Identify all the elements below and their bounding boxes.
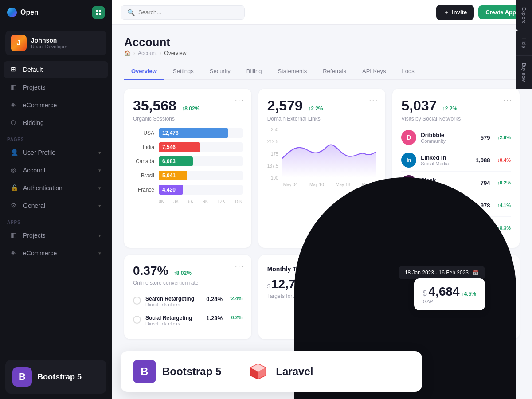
tab-billing[interactable]: Billing <box>239 63 269 80</box>
buy-now-btn[interactable]: Buy now <box>516 56 532 89</box>
line-chart-svg <box>282 127 377 180</box>
social-value: 5,037 <box>401 98 437 113</box>
nav-item-projects[interactable]: ◧ Projects <box>4 79 108 96</box>
nav-item-bidding[interactable]: ⬡ Bidding <box>4 114 108 131</box>
tab-settings[interactable]: Settings <box>166 63 201 80</box>
card-more-btn-3[interactable]: ··· <box>503 96 512 105</box>
retarget-circle-2 <box>133 316 141 324</box>
nav-label-user-profile: User Profile <box>23 149 55 156</box>
ecommerce-app-icon: ◈ <box>11 249 19 257</box>
laravel-logo <box>246 360 270 383</box>
sessions-value: 35,568 <box>133 98 176 113</box>
line-chart-container: 250 212.5 175 137.5 100 <box>267 127 377 187</box>
social-row-slack: S Slack Messanger 794 ↑0.2% <box>401 172 511 194</box>
bootstrap-label: Bootstrap 5 <box>37 372 82 382</box>
targets-value: 12,706 <box>271 277 309 291</box>
retarget-item-social: Social Retargeting Direct link clicks 1.… <box>133 311 243 330</box>
nav-item-default[interactable]: ⊞ Default <box>4 61 108 78</box>
nav-item-user-profile[interactable]: 👤 User Profile ▾ <box>4 144 108 161</box>
topbar: 🔍 ＋ Invite Create App <box>112 0 532 25</box>
svg-rect-2 <box>96 13 98 15</box>
chevron-down-icon: ▾ <box>98 150 101 156</box>
nav-item-authentication[interactable]: 🔒 Authentication ▾ <box>4 180 108 196</box>
conv-stat: 0.37% ↑8.02% <box>133 264 243 278</box>
app-name: Open <box>20 8 39 16</box>
breadcrumb-current: Overview <box>164 50 186 56</box>
invite-button[interactable]: ＋ Invite <box>436 5 474 20</box>
fw-divider <box>234 360 234 383</box>
grid-icon: ⊞ <box>11 66 19 74</box>
tab-referrals[interactable]: Referrals <box>316 63 353 80</box>
youtube-icon: ▶ <box>401 198 416 213</box>
card-more-conv[interactable]: ··· <box>235 262 244 271</box>
tab-logs[interactable]: Logs <box>395 63 421 80</box>
card-more-btn-2[interactable]: ··· <box>369 96 378 105</box>
tab-api-keys[interactable]: API Keys <box>355 63 393 80</box>
plus-icon: ＋ <box>443 8 449 16</box>
stat-card-links: ··· 2,579 ↑2.2% Domain External Links 25… <box>258 89 386 248</box>
monthly-targets-card: ··· Monthly Targets $ 12,706 Targets for… <box>258 255 386 339</box>
page-header: Account 🏠 › Account › Overview <box>124 35 520 56</box>
breadcrumb: 🏠 › Account › Overview <box>124 50 520 56</box>
links-badge: ↑2.2% <box>308 106 323 112</box>
tab-statements[interactable]: Statements <box>270 63 314 80</box>
sidebar-toggle-btn[interactable] <box>92 6 105 19</box>
general-icon: ⚙ <box>11 202 19 210</box>
retarget-circle <box>133 297 141 305</box>
bootstrap-name: Bootstrap 5 <box>162 365 221 378</box>
social-label: Visits by Social Networks <box>401 116 511 122</box>
projects-icon: ◧ <box>11 83 19 91</box>
nav-label-authentication: Authentication <box>23 184 63 192</box>
card-more-monthly[interactable]: ··· <box>369 262 378 271</box>
nav-item-account[interactable]: ◎ Account ▾ <box>4 162 108 179</box>
bootstrap-logo-popup: B <box>133 360 156 383</box>
monthly-title: Monthly Targets <box>267 266 377 273</box>
nav-item-general[interactable]: ⚙ General ▾ <box>4 197 108 214</box>
user-profile-card[interactable]: J Johnson React Developer <box>5 31 106 55</box>
links-label: Domain External Links <box>267 116 377 122</box>
explore-btn[interactable]: Explore <box>516 0 532 31</box>
user-role: React Developer <box>31 44 101 49</box>
nav-item-ecommerce-app[interactable]: ◈ eCommerce ▾ <box>4 245 108 262</box>
card-more-btn[interactable]: ··· <box>235 96 244 105</box>
topbar-actions: ＋ Invite Create App <box>436 5 523 20</box>
home-icon: 🏠 <box>124 50 131 56</box>
breadcrumb-account[interactable]: Account <box>138 50 157 56</box>
search-input[interactable] <box>138 9 238 16</box>
actual-label: Actual for Apr <box>317 293 352 299</box>
instagram-icon: ◎ <box>401 220 416 235</box>
tabs: Overview Settings Security Billing State… <box>124 63 520 80</box>
ecommerce-icon: ◈ <box>11 101 19 109</box>
social-row-youtube: ▶ YouTube Video Channel 978 ↑4.1% <box>401 194 511 217</box>
laravel-item: Laravel <box>246 360 313 383</box>
account-icon: ◎ <box>11 166 19 174</box>
search-bar[interactable]: 🔍 <box>121 5 245 20</box>
right-panel: Explore Help Buy now <box>516 0 532 399</box>
bootstrap-logo: B <box>12 367 32 387</box>
sessions-label: Organic Sessions <box>133 116 243 122</box>
retargeting-list: Search Retargeting Direct link clicks 0.… <box>133 292 243 330</box>
nav-item-ecommerce[interactable]: ◈ eCommerce <box>4 97 108 113</box>
stat-card-social: ··· 5,037 ↑2.2% Visits by Social Network… <box>392 89 520 248</box>
nav-label-projects-app: Projects <box>23 232 46 239</box>
tab-security[interactable]: Security <box>203 63 238 80</box>
conv-label: Online store convertion rate <box>133 280 243 286</box>
social-badge: ↑2.2% <box>442 106 457 112</box>
help-btn[interactable]: Help <box>516 31 532 56</box>
nav-label-ecommerce: eCommerce <box>23 102 57 109</box>
laravel-svg <box>248 362 268 381</box>
main-content: 🔍 ＋ Invite Create App Account 🏠 › Accoun… <box>112 0 532 399</box>
chevron-down-icon-ecommerce: ▾ <box>98 250 101 256</box>
sidebar: Open J Johnson React Developer ⊞ Default… <box>0 0 112 399</box>
tab-overview[interactable]: Overview <box>124 63 164 80</box>
slack-icon: S <box>401 175 416 190</box>
conv-rate-card: ··· 0.37% ↑8.02% Online store convertion… <box>124 255 251 339</box>
placeholder-card <box>392 255 520 339</box>
pages-section-label: PAGES <box>0 132 112 144</box>
invite-label: Invite <box>452 9 467 16</box>
nav-label-projects: Projects <box>23 84 46 91</box>
y-axis: 250 212.5 175 137.5 100 <box>267 127 278 180</box>
x-axis: May 04 May 10 May 18 May 26 <box>267 182 377 187</box>
framework-popup: B Bootstrap 5 Laravel <box>121 351 422 392</box>
nav-item-projects-app[interactable]: ◧ Projects ▾ <box>4 227 108 244</box>
